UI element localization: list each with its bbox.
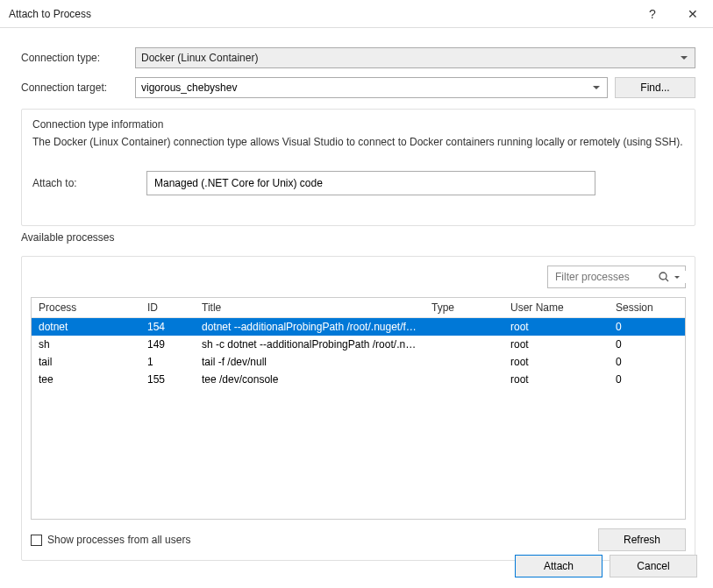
cell-id: 1 — [140, 353, 195, 371]
show-all-users-label: Show processes from all users — [47, 534, 190, 546]
svg-point-0 — [660, 273, 667, 280]
filter-processes-box[interactable] — [547, 266, 686, 288]
cell-title: sh -c dotnet --additionalProbingPath /ro… — [195, 336, 424, 353]
cell-session: 0 — [609, 318, 685, 337]
cell-process: tail — [32, 353, 140, 371]
connection-target-input[interactable] — [141, 81, 588, 94]
connection-info-group: Connection type information The Docker (… — [21, 109, 695, 226]
connection-type-dropdown[interactable]: Docker (Linux Container) — [135, 47, 695, 68]
search-icon[interactable] — [659, 272, 680, 283]
connection-info-description: The Docker (Linux Container) connection … — [32, 134, 684, 150]
table-row[interactable]: dotnet154dotnet --additionalProbingPath … — [32, 318, 685, 337]
cell-user: root — [503, 353, 609, 371]
show-all-users-checkbox[interactable]: Show processes from all users — [31, 534, 190, 546]
connection-type-label: Connection type: — [21, 52, 135, 64]
refresh-button[interactable]: Refresh — [598, 528, 686, 551]
attach-to-field[interactable]: Managed (.NET Core for Unix) code — [146, 171, 595, 195]
cell-user: root — [503, 336, 609, 353]
cell-session: 0 — [609, 371, 685, 388]
processes-panel: Process ID Title Type User Name Session … — [21, 256, 695, 561]
window-title: Attach to Process — [9, 8, 632, 20]
table-row[interactable]: sh149sh -c dotnet --additionalProbingPat… — [32, 336, 685, 353]
cell-id: 154 — [140, 318, 195, 337]
column-header-title[interactable]: Title — [195, 298, 424, 318]
connection-target-dropdown[interactable] — [135, 77, 608, 98]
find-button[interactable]: Find... — [615, 77, 695, 98]
checkbox-box[interactable] — [31, 535, 42, 546]
cell-title: dotnet --additionalProbingPath /root/.nu… — [195, 318, 424, 337]
cell-id: 155 — [140, 371, 195, 388]
close-button[interactable]: ✕ — [673, 0, 713, 28]
connection-info-title: Connection type information — [32, 118, 684, 131]
cell-user: root — [503, 371, 609, 388]
table-row[interactable]: tail1tail -f /dev/nullroot0 — [32, 353, 685, 371]
attach-button[interactable]: Attach — [515, 555, 602, 577]
cell-type — [424, 371, 503, 388]
cell-process: sh — [32, 336, 140, 353]
cell-process: tee — [32, 371, 140, 388]
column-header-id[interactable]: ID — [140, 298, 195, 318]
cell-id: 149 — [140, 336, 195, 353]
column-header-session[interactable]: Session — [609, 298, 685, 318]
cancel-button[interactable]: Cancel — [610, 555, 697, 577]
column-header-user[interactable]: User Name — [503, 298, 609, 318]
column-header-process[interactable]: Process — [32, 298, 140, 318]
cell-session: 0 — [609, 336, 685, 353]
processes-table-container[interactable]: Process ID Title Type User Name Session … — [31, 297, 686, 520]
cell-session: 0 — [609, 353, 685, 371]
column-header-type[interactable]: Type — [424, 298, 503, 318]
cell-type — [424, 336, 503, 353]
available-processes-label: Available processes — [21, 231, 702, 244]
titlebar: Attach to Process ? ✕ — [0, 0, 713, 28]
svg-line-1 — [666, 279, 668, 281]
attach-to-label: Attach to: — [32, 177, 146, 189]
table-row[interactable]: tee155tee /dev/consoleroot0 — [32, 371, 685, 388]
cell-type — [424, 353, 503, 371]
connection-target-label: Connection target: — [21, 81, 135, 94]
help-button[interactable]: ? — [632, 0, 673, 28]
cell-process: dotnet — [32, 318, 140, 337]
cell-type — [424, 318, 503, 337]
cell-user: root — [503, 318, 609, 337]
cell-title: tee /dev/console — [195, 371, 424, 388]
processes-table: Process ID Title Type User Name Session … — [32, 298, 685, 388]
cell-title: tail -f /dev/null — [195, 353, 424, 371]
